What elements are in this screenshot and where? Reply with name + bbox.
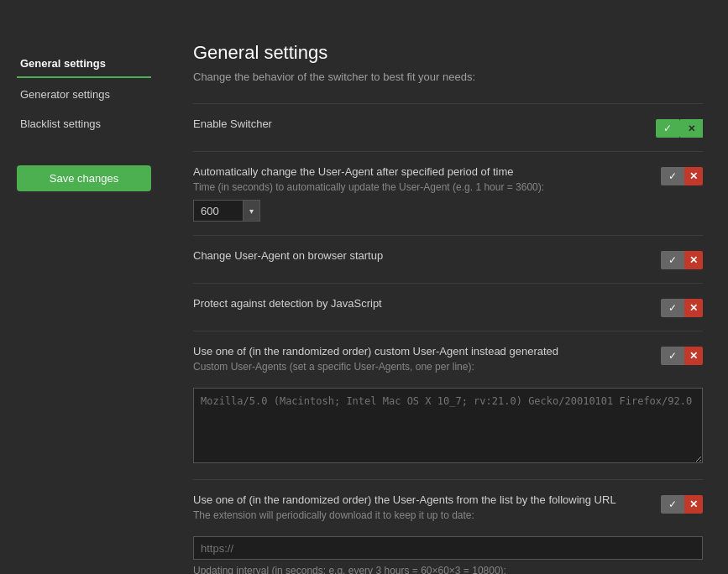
custom-ua-sublabel: Custom User-Agents (set a specific User-… [193, 361, 647, 373]
toggle-off-button-enable[interactable]: ✕ [679, 119, 703, 138]
toggle-on-button-enable[interactable]: ✓ [656, 119, 679, 138]
url-ua-sublabel: The extension will periodically download… [193, 509, 647, 521]
app-container: General settings Generator settings Blac… [0, 0, 728, 574]
url-ua-toggle-on[interactable]: ✓ [661, 495, 684, 514]
enable-switcher-label: Enable Switcher [193, 117, 642, 130]
page-title: General settings [193, 42, 703, 64]
checkmark-icon-ua: ✓ [668, 350, 677, 362]
auto-change-toggle: ✓ ✕ [661, 167, 703, 185]
enable-switcher-toggle: ✓ ✕ [656, 119, 703, 138]
cross-icon-startup: ✕ [689, 254, 698, 266]
setting-row-custom-ua: Use one of (in the randomized order) cus… [193, 331, 703, 479]
custom-ua-toggle-on[interactable]: ✓ [661, 347, 684, 365]
sidebar: General settings Generator settings Blac… [0, 0, 168, 574]
protect-label: Protect against detection by JavaScript [193, 297, 647, 310]
startup-toggle: ✓ ✕ [661, 251, 703, 269]
time-spinner[interactable]: ▾ [244, 200, 260, 222]
sidebar-item-general[interactable]: General settings [17, 50, 151, 78]
checkmark-icon-protect: ✓ [668, 302, 677, 314]
auto-change-sublabel: Time (in seconds) to automatically updat… [193, 181, 647, 193]
checkmark-icon-startup: ✓ [668, 254, 677, 266]
startup-toggle-on[interactable]: ✓ [661, 251, 684, 269]
time-input[interactable] [193, 200, 244, 222]
page-subtitle: Change the behavior of the switcher to b… [193, 70, 703, 83]
url-ua-toggle-off[interactable]: ✕ [684, 495, 703, 514]
save-changes-button[interactable]: Save changes [17, 165, 151, 191]
cross-icon-protect: ✕ [689, 302, 698, 314]
checkmark-icon-auto: ✓ [668, 170, 677, 182]
protect-toggle: ✓ ✕ [661, 299, 703, 317]
main-content: General settings Change the behavior of … [168, 0, 728, 574]
url-ua-label: Use one of (in the randomized order) the… [193, 493, 647, 506]
sidebar-item-generator[interactable]: Generator settings [17, 81, 151, 107]
checkmark-icon-url: ✓ [668, 498, 677, 510]
startup-toggle-off[interactable]: ✕ [684, 251, 703, 269]
auto-change-label: Automatically change the User-Agent afte… [193, 165, 647, 178]
auto-change-toggle-off[interactable]: ✕ [684, 167, 703, 185]
url-ua-bottom-note: Updating interval (in seconds; e.g. ever… [193, 565, 703, 574]
setting-row-enable-switcher: Enable Switcher ✓ ✕ [193, 103, 703, 151]
cross-icon-ua: ✕ [689, 350, 698, 362]
url-ua-toggle: ✓ ✕ [661, 495, 703, 514]
setting-row-url-ua: Use one of (in the randomized order) the… [193, 479, 703, 574]
setting-row-startup: Change User-Agent on browser startup ✓ ✕ [193, 235, 703, 283]
custom-ua-textarea[interactable] [193, 388, 703, 463]
protect-toggle-on[interactable]: ✓ [661, 299, 684, 317]
auto-change-toggle-on[interactable]: ✓ [661, 167, 684, 185]
cross-icon-url: ✕ [689, 498, 698, 510]
custom-ua-toggle: ✓ ✕ [661, 347, 703, 365]
protect-toggle-off[interactable]: ✕ [684, 299, 703, 317]
custom-ua-label: Use one of (in the randomized order) cus… [193, 345, 647, 357]
setting-row-protect: Protect against detection by JavaScript … [193, 283, 703, 331]
startup-label: Change User-Agent on browser startup [193, 249, 647, 262]
custom-ua-toggle-off[interactable]: ✕ [684, 347, 703, 365]
url-ua-input[interactable] [193, 536, 703, 560]
time-input-row: ▾ [193, 200, 647, 222]
sidebar-item-blacklist[interactable]: Blacklist settings [17, 111, 151, 137]
cross-icon-auto: ✕ [689, 170, 698, 182]
cross-icon: ✕ [688, 123, 695, 134]
spinner-caret-icon: ▾ [249, 206, 254, 216]
checkmark-icon: ✓ [663, 123, 672, 134]
setting-row-auto-change: Automatically change the User-Agent afte… [193, 151, 703, 235]
